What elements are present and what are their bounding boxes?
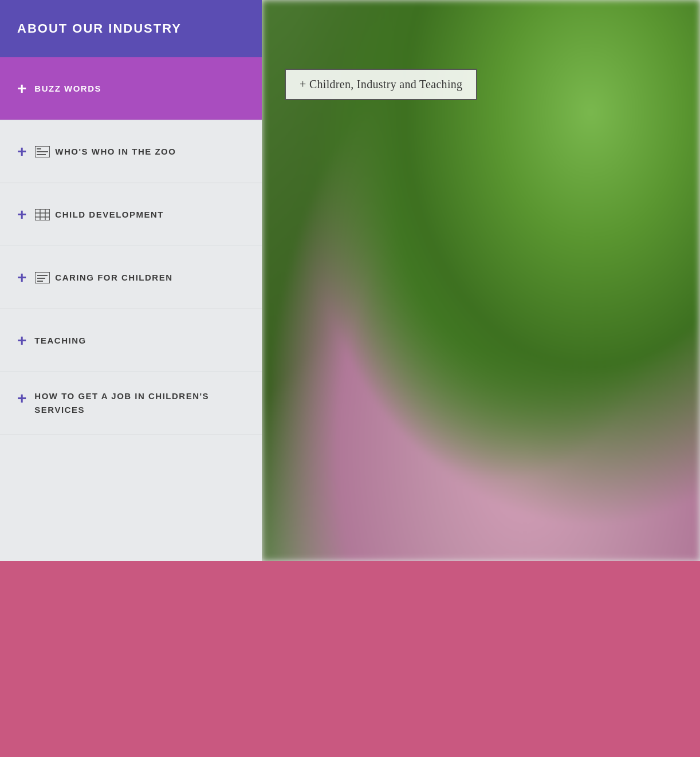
sidebar-item-teaching[interactable]: + TEACHING [0,309,262,372]
doc-icon [34,271,50,284]
svg-rect-2 [37,151,48,152]
svg-rect-12 [37,281,43,282]
plus-icon: + [17,391,26,407]
svg-rect-3 [37,154,46,155]
sidebar-item-whos-who[interactable]: + WHO'S WHO IN THE ZOO [0,120,262,183]
plus-icon: + [17,207,26,223]
sidebar-item-label: CARING FOR CHILDREN [55,273,172,282]
plus-icon: + [17,333,26,349]
sidebar-title: ABOUT OUR INDUSTRY [17,21,182,36]
sidebar-item-how-to-get-job[interactable]: + HOW TO GET A JOB IN CHILDREN'S SERVICE… [0,372,262,435]
sidebar-item-label: BUZZ WORDS [34,84,101,93]
sidebar-item-caring-for-children[interactable]: + CARING FOR CHILDREN [0,246,262,309]
sidebar-item-buzz-words[interactable]: + BUZZ WORDS [0,57,262,120]
tag-button[interactable]: + Children, Industry and Teaching [285,69,477,100]
bottom-section [0,561,700,757]
plus-icon: + [17,81,26,97]
list-icon [34,145,50,158]
sidebar-header: ABOUT OUR INDUSTRY [0,0,262,57]
sidebar-item-label: HOW TO GET A JOB IN CHILDREN'S SERVICES [34,389,245,417]
svg-rect-11 [37,278,45,279]
plus-icon: + [17,270,26,286]
plus-icon: + [17,144,26,160]
sidebar-item-child-development[interactable]: + CHILD DEVELOPMENT [0,183,262,246]
sidebar-item-label: CHILD DEVELOPMENT [55,210,164,219]
sidebar: ABOUT OUR INDUSTRY + BUZZ WORDS + WHO'S … [0,0,262,561]
svg-rect-1 [37,148,41,149]
sidebar-item-label: TEACHING [34,336,86,345]
content-area: + Children, Industry and Teaching [262,0,700,561]
svg-rect-4 [35,209,50,220]
svg-rect-10 [37,275,48,276]
grid-icon [34,208,50,221]
sidebar-item-label: WHO'S WHO IN THE ZOO [55,147,176,156]
